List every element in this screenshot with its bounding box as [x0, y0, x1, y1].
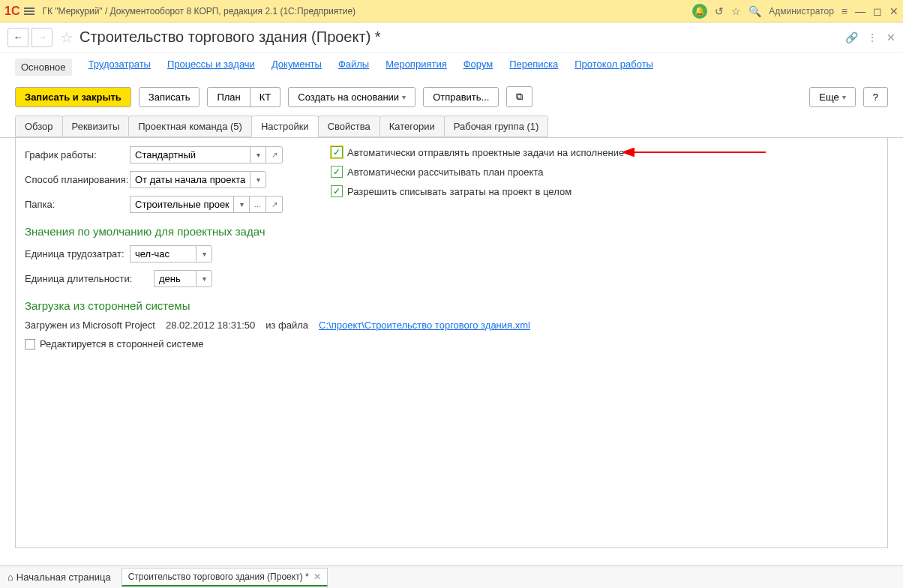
save-close-button[interactable]: Записать и закрыть [15, 87, 131, 107]
notification-icon[interactable]: 🔔 [692, 4, 707, 19]
annotation-arrow-icon [623, 148, 766, 157]
app-title: ГК "Меркурий" / Документооборот 8 КОРП, … [42, 6, 692, 16]
defaults-heading: Значения по умолчанию для проектных зада… [25, 225, 878, 238]
link-icon[interactable]: 🔗 [845, 32, 858, 44]
folder-open-icon[interactable]: ↗ [266, 196, 283, 213]
folder-dropdown-icon[interactable]: ▾ [233, 196, 250, 213]
duration-unit-input[interactable] [154, 270, 196, 287]
tab-requisites[interactable]: Реквизиты [62, 116, 130, 137]
checkbox-auto-calc[interactable]: ✓ Автоматически рассчитывать план проект… [331, 166, 624, 178]
menu-lines-icon[interactable]: ≡ [842, 5, 848, 17]
section-forum[interactable]: Форум [464, 58, 494, 76]
section-events[interactable]: Мероприятия [386, 58, 447, 76]
star-icon[interactable]: ☆ [731, 5, 741, 17]
kt-button[interactable]: КТ [250, 87, 281, 107]
tab-content: График работы: ▾ ↗ Способ планирования: … [15, 137, 888, 548]
help-button[interactable]: ? [863, 87, 888, 107]
nav-back-button[interactable]: ← [8, 28, 28, 47]
duration-unit-label: Единица длительности: [25, 273, 154, 284]
create-based-button[interactable]: Создать на основании [288, 87, 416, 107]
checkmark-icon: ✓ [331, 166, 343, 178]
loaded-from-label: Загружен из Microsoft Project [25, 320, 155, 331]
section-files[interactable]: Файлы [338, 58, 369, 76]
labor-unit-dropdown-icon[interactable]: ▾ [196, 245, 212, 262]
checkbox-allow-write[interactable]: ✓ Разрешить списывать затраты на проект … [331, 185, 624, 197]
nav-row: ← → ☆ Строительство торгового здания (Пр… [0, 22, 903, 52]
bottom-taskbar: ⌂ Начальная страница Строительство торго… [0, 566, 903, 588]
labor-unit-input[interactable] [130, 245, 196, 262]
section-main[interactable]: Основное [15, 58, 72, 76]
checkbox-auto-send[interactable]: ✓ Автоматически отправлять проектные зад… [331, 146, 624, 158]
section-documents[interactable]: Документы [272, 58, 322, 76]
from-file-label: из файла [266, 320, 308, 331]
home-icon: ⌂ [8, 572, 14, 583]
planning-input[interactable] [130, 171, 250, 188]
schedule-label: График работы: [25, 149, 130, 160]
planning-label: Способ планирования: [25, 174, 130, 185]
plan-button[interactable]: План [207, 87, 250, 107]
tab-properties[interactable]: Свойства [318, 116, 380, 137]
hamburger-icon[interactable] [24, 6, 34, 16]
search-icon[interactable]: 🔍 [748, 5, 761, 17]
checkbox-auto-calc-label: Автоматически рассчитывать план проекта [347, 166, 543, 178]
tabs: Обзор Реквизиты Проектная команда (5) На… [0, 116, 903, 138]
schedule-open-icon[interactable]: ↗ [266, 146, 283, 164]
checkmark-icon: ✓ [331, 185, 343, 197]
nav-forward-button[interactable]: → [32, 28, 52, 47]
more-vertical-icon[interactable]: ⋮ [867, 32, 878, 44]
close-window-icon[interactable]: ✕ [890, 5, 898, 17]
section-correspondence[interactable]: Переписка [509, 58, 558, 76]
section-labor[interactable]: Трудозатраты [88, 58, 151, 76]
svg-marker-1 [623, 148, 634, 156]
bottom-tab-project[interactable]: Строительство торгового здания (Проект) … [122, 568, 328, 586]
checkbox-allow-write-label: Разрешить списывать затраты на проект в … [347, 186, 572, 197]
schedule-dropdown-icon[interactable]: ▾ [250, 146, 266, 164]
schedule-input[interactable] [130, 146, 250, 164]
edit-external-label: Редактируется в сторонней системе [40, 338, 204, 350]
planning-dropdown-icon[interactable]: ▾ [250, 171, 266, 188]
checkbox-auto-send-label: Автоматически отправлять проектные задач… [347, 147, 624, 158]
copy-link-button[interactable]: ⧉ [506, 86, 532, 107]
folder-input[interactable] [130, 196, 233, 213]
minimize-icon[interactable]: — [855, 5, 866, 17]
toolbar: Записать и закрыть Записать План КТ Созд… [0, 82, 903, 115]
checkbox-edit-external[interactable]: Редактируется в сторонней системе [25, 338, 878, 350]
tab-team[interactable]: Проектная команда (5) [128, 116, 252, 137]
loaded-date: 28.02.2012 18:31:50 [166, 320, 255, 331]
user-label[interactable]: Администратор [769, 6, 834, 16]
title-bar: 1C ГК "Меркурий" / Документооборот 8 КОР… [0, 0, 903, 22]
page-title: Строительство торгового здания (Проект) … [80, 28, 845, 46]
tab-categories[interactable]: Категории [380, 116, 445, 137]
folder-label: Папка: [25, 199, 130, 210]
send-button[interactable]: Отправить... [423, 87, 499, 107]
logo-1c: 1C [4, 4, 20, 18]
save-button[interactable]: Записать [139, 87, 200, 107]
tab-settings[interactable]: Настройки [251, 116, 319, 137]
tab-overview[interactable]: Обзор [15, 116, 63, 137]
external-heading: Загрузка из сторонней системы [25, 299, 878, 312]
section-processes[interactable]: Процессы и задачи [167, 58, 255, 76]
unchecked-box-icon [25, 339, 35, 350]
section-nav: Основное Трудозатраты Процессы и задачи … [0, 52, 903, 82]
close-icon[interactable]: ✕ [314, 572, 321, 582]
home-tab[interactable]: ⌂ Начальная страница [8, 572, 111, 583]
labor-unit-label: Единица трудозатрат: [25, 248, 130, 260]
favorite-star-icon[interactable]: ☆ [60, 28, 74, 46]
tab-workgroup[interactable]: Рабочая группа (1) [444, 116, 549, 137]
duration-unit-dropdown-icon[interactable]: ▾ [196, 270, 212, 287]
section-protocol[interactable]: Протокол работы [574, 58, 653, 76]
maximize-icon[interactable]: ◻ [873, 5, 882, 17]
file-link[interactable]: C:\проект\Строительство торгового здания… [319, 320, 530, 331]
close-tab-icon[interactable]: ✕ [886, 32, 896, 44]
checkmark-icon: ✓ [331, 146, 343, 158]
history-icon[interactable]: ↺ [715, 5, 724, 17]
more-button[interactable]: Еще [809, 87, 855, 107]
folder-ellipsis-icon[interactable]: … [250, 196, 266, 213]
